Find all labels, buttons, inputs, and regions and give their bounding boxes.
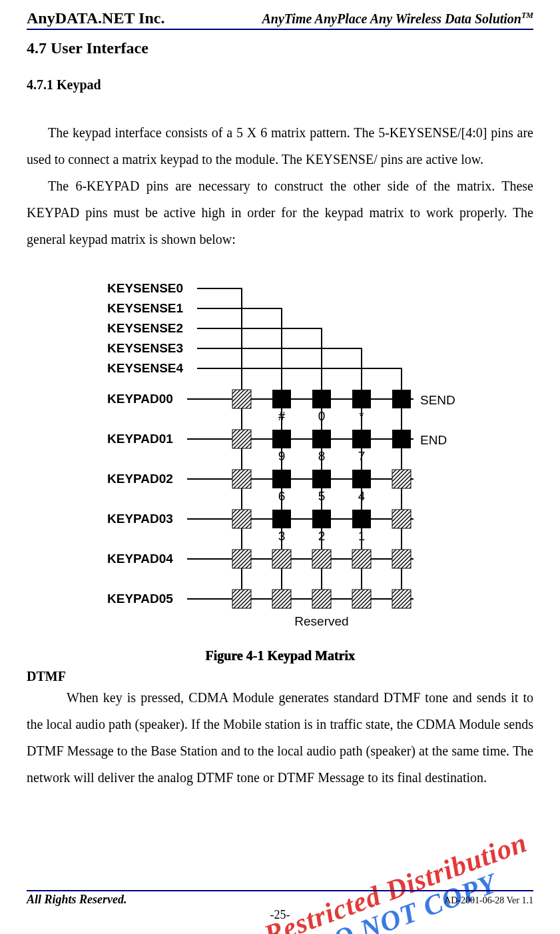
svg-rect-13 <box>272 390 291 408</box>
header-tagline: AnyTime AnyPlace Any Wireless Data Solut… <box>262 11 533 27</box>
tagline-tm: TM <box>521 11 533 20</box>
keypad04-label: KEYPAD04 <box>107 552 173 566</box>
svg-text:4: 4 <box>358 489 365 503</box>
svg-rect-39 <box>312 590 331 608</box>
svg-text:3: 3 <box>278 529 285 543</box>
svg-rect-27 <box>232 510 251 528</box>
dtmf-text: When key is pressed, CDMA Module generat… <box>27 684 533 791</box>
dtmf-body: When key is pressed, CDMA Module generat… <box>27 684 533 791</box>
keypad-row-wires <box>187 399 414 599</box>
page-footer: All Rights Reserved. AD-2001-06-28 Ver 1… <box>27 886 533 922</box>
keysense1-label: KEYSENSE1 <box>107 301 183 315</box>
dtmf-heading: DTMF <box>27 669 533 684</box>
svg-rect-35 <box>352 550 371 568</box>
svg-text:9: 9 <box>278 449 285 463</box>
svg-rect-30 <box>352 510 371 528</box>
svg-rect-38 <box>272 590 291 608</box>
figure-wrap: KEYSENSE0 KEYSENSE1 KEYSENSE2 KEYSENSE3 … <box>27 272 533 632</box>
svg-rect-17 <box>232 430 251 448</box>
svg-rect-16 <box>392 390 411 408</box>
keysense0-label: KEYSENSE0 <box>107 281 183 295</box>
footer-right: AD-2001-06-28 Ver 1.1 <box>444 895 533 906</box>
svg-rect-33 <box>272 550 291 568</box>
svg-rect-14 <box>312 390 331 408</box>
figure-caption: Figure 4-1 Keypad Matrix <box>27 648 533 664</box>
svg-rect-25 <box>352 470 371 488</box>
keypad02-label: KEYPAD02 <box>107 472 173 486</box>
svg-text:*: * <box>359 409 364 423</box>
keysense3-label: KEYSENSE3 <box>107 341 183 355</box>
svg-rect-26 <box>392 470 411 488</box>
section-h2: 4.7.1 Keypad <box>27 77 533 93</box>
reserved-label: Reserved <box>294 614 348 628</box>
keypad03-label: KEYPAD03 <box>107 512 173 526</box>
keypad00-label: KEYPAD00 <box>107 392 173 406</box>
svg-rect-37 <box>232 590 251 608</box>
svg-text:1: 1 <box>358 529 365 543</box>
svg-text:2: 2 <box>318 529 325 543</box>
footer-page: -25- <box>27 908 533 922</box>
svg-text:0: 0 <box>318 409 325 423</box>
svg-text:7: 7 <box>358 449 365 463</box>
tagline-text: AnyTime AnyPlace Any Wireless Data Solut… <box>262 11 521 26</box>
keysense2-label: KEYSENSE2 <box>107 321 183 335</box>
svg-text:8: 8 <box>318 449 325 463</box>
svg-rect-18 <box>272 430 291 448</box>
section-h1: 4.7 User Interface <box>27 39 533 57</box>
svg-rect-19 <box>312 430 331 448</box>
svg-rect-15 <box>352 390 371 408</box>
paragraph-1: The keypad interface consists of a 5 X 6… <box>27 119 533 173</box>
footer-left: All Rights Reserved. <box>27 893 127 907</box>
paragraph-2: The 6-KEYPAD pins are necessary to const… <box>27 173 533 252</box>
svg-rect-21 <box>392 430 411 448</box>
svg-rect-20 <box>352 430 371 448</box>
svg-rect-23 <box>272 470 291 488</box>
svg-rect-36 <box>392 550 411 568</box>
svg-rect-28 <box>272 510 291 528</box>
svg-rect-34 <box>312 550 331 568</box>
svg-rect-24 <box>312 470 331 488</box>
svg-rect-22 <box>232 470 251 488</box>
send-label: SEND <box>420 393 455 407</box>
footer-rule <box>27 890 533 891</box>
svg-text:5: 5 <box>318 489 325 503</box>
keypad05-label: KEYPAD05 <box>107 592 173 606</box>
svg-text:6: 6 <box>278 489 285 503</box>
keypad-matrix-figure: KEYSENSE0 KEYSENSE1 KEYSENSE2 KEYSENSE3 … <box>94 272 467 632</box>
svg-rect-12 <box>232 390 251 408</box>
svg-rect-40 <box>352 590 371 608</box>
svg-rect-31 <box>392 510 411 528</box>
svg-rect-32 <box>232 550 251 568</box>
header-rule <box>27 29 533 30</box>
svg-text:#: # <box>278 409 285 423</box>
keysense4-label: KEYSENSE4 <box>107 361 183 375</box>
keypad01-label: KEYPAD01 <box>107 432 173 446</box>
svg-rect-41 <box>392 590 411 608</box>
end-label: END <box>420 433 447 447</box>
page-header: AnyDATA.NET Inc. AnyTime AnyPlace Any Wi… <box>27 0 533 27</box>
svg-rect-29 <box>312 510 331 528</box>
header-company: AnyDATA.NET Inc. <box>27 9 164 27</box>
